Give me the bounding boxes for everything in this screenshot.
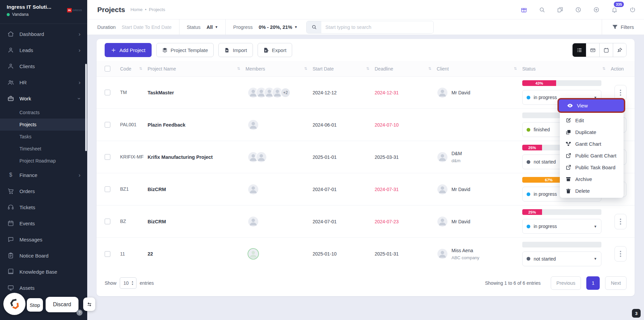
members-avatars[interactable]	[246, 216, 313, 227]
sidebar-subitem-contracts[interactable]: Contracts	[0, 106, 87, 119]
sort-icon[interactable]: ⇅	[139, 66, 142, 71]
members-avatars[interactable]	[246, 184, 313, 195]
row-checkbox[interactable]	[105, 186, 110, 192]
sort-icon[interactable]: ⇅	[366, 66, 369, 71]
menu-item-view-highlighted[interactable]: View	[557, 98, 625, 113]
project-code: 11	[120, 250, 148, 258]
breadcrumb: Home • Projects	[130, 7, 165, 12]
members-avatars[interactable]: +2	[246, 87, 313, 98]
sidebar-item-notice-board[interactable]: Notice Board	[0, 247, 87, 264]
members-avatars[interactable]	[246, 248, 313, 260]
stop-button[interactable]: Stop	[27, 298, 43, 312]
menu-item-public-gantt-chart[interactable]: Public Gantt Chart	[560, 150, 624, 162]
search-icon[interactable]	[536, 4, 548, 16]
export-button[interactable]: Export	[258, 43, 292, 57]
sort-icon[interactable]: ⇅	[428, 66, 431, 71]
sort-icon[interactable]: ⇅	[602, 66, 605, 71]
filters-button[interactable]: Filters	[602, 19, 644, 35]
sidebar-item-messages[interactable]: Messages	[0, 231, 87, 247]
history-icon[interactable]	[572, 4, 584, 16]
project-name-link[interactable]: BizCRM	[148, 187, 246, 192]
user-name: Vandana	[12, 12, 29, 17]
sidebar-item-tickets[interactable]: Tickets	[0, 199, 87, 215]
menu-item-archive[interactable]: Archive	[560, 173, 624, 185]
add-project-button[interactable]: Add Project	[105, 43, 152, 57]
members-avatars[interactable]	[246, 119, 313, 131]
deadline-date: 2024-12-31	[375, 90, 437, 95]
power-icon[interactable]	[627, 4, 639, 16]
progress-filter-dropdown[interactable]: 0% - 20%, 21%▼	[259, 25, 298, 30]
row-checkbox[interactable]	[105, 219, 110, 224]
menu-item-edit[interactable]: Edit	[560, 115, 624, 126]
add-icon[interactable]	[590, 4, 602, 16]
agent-logo[interactable]	[3, 293, 25, 315]
breadcrumb-home[interactable]: Home	[130, 7, 143, 12]
menu-item-public-task-board[interactable]: Public Task Board	[560, 162, 624, 173]
select-all-checkbox[interactable]	[105, 66, 110, 72]
row-actions-kebab[interactable]	[614, 214, 627, 229]
gift-icon[interactable]	[518, 4, 530, 16]
import-button[interactable]: Import	[218, 43, 253, 57]
help-icon[interactable]: ?	[76, 310, 83, 316]
menu-item-duplicate[interactable]: Duplicate	[560, 126, 624, 138]
column-header-client[interactable]: Client⇅	[437, 66, 522, 72]
pin-view-toggle[interactable]	[613, 43, 626, 57]
calendar-icon	[7, 220, 14, 227]
sidebar-scrollbar[interactable]	[85, 64, 87, 151]
project-name-link[interactable]: 22	[148, 251, 246, 257]
sort-icon[interactable]: ⇅	[237, 66, 240, 71]
notifications-bell-icon[interactable]: 335	[608, 4, 621, 16]
row-checkbox[interactable]	[105, 154, 110, 160]
menu-item-delete[interactable]: Delete	[560, 185, 624, 197]
column-header-members[interactable]: Members⇅	[246, 66, 313, 72]
project-name-link[interactable]: Plazin Feedback	[148, 122, 246, 128]
status-filter-dropdown[interactable]: All▼	[207, 25, 218, 30]
sidebar-subitem-projects[interactable]: Projects	[0, 119, 87, 131]
status-dropdown[interactable]: not started▼	[522, 252, 601, 266]
notes-icon[interactable]	[554, 4, 566, 16]
project-name-link[interactable]: TaskMaster	[148, 90, 246, 95]
swap-button[interactable]	[83, 298, 95, 311]
next-page-button[interactable]: Next	[605, 276, 627, 290]
menu-item-gantt-chart[interactable]: Gantt Chart	[560, 138, 624, 150]
sidebar-item-finance[interactable]: $ Finance›	[0, 167, 87, 183]
list-view-toggle[interactable]	[573, 43, 586, 57]
row-checkbox[interactable]	[105, 90, 110, 95]
page-number-button[interactable]: 1	[586, 276, 600, 290]
project-template-button[interactable]: Project Template	[156, 43, 214, 57]
column-header-deadline[interactable]: Deadline⇅	[375, 66, 437, 72]
previous-page-button[interactable]: Previous	[551, 276, 581, 290]
duration-range-input[interactable]: Start Date To End Date	[122, 25, 172, 30]
column-header-project-name[interactable]: Project Name⇅	[148, 66, 246, 72]
sidebar-item-knowledge-base[interactable]: Knowledge Base	[0, 264, 87, 280]
sidebar-item-clients[interactable]: Clients	[0, 58, 87, 74]
sidebar-subitem-project-roadmap[interactable]: Project Roadmap	[0, 155, 87, 167]
page-title: Projects	[97, 6, 125, 14]
sidebar-item-work[interactable]: Work›	[0, 90, 87, 106]
row-checkbox[interactable]	[105, 251, 110, 257]
sidebar-item-hr[interactable]: HR›	[0, 74, 87, 90]
project-name-link[interactable]: BizCRM	[148, 219, 246, 224]
row-actions-kebab[interactable]	[614, 246, 627, 262]
page-size-select[interactable]: 10 ▲▼	[120, 277, 137, 289]
row-checkbox[interactable]	[105, 122, 110, 128]
sidebar-item-events[interactable]: Events	[0, 215, 87, 231]
sidebar-subitem-tasks[interactable]: Tasks	[0, 131, 87, 143]
column-header-code[interactable]: Code⇅	[120, 66, 148, 72]
search-input[interactable]	[321, 21, 433, 33]
sidebar-item-leads[interactable]: Leads›	[0, 42, 87, 58]
sidebar-item-dashboard[interactable]: Dashboard›	[0, 26, 87, 42]
sidebar-subitem-timesheet[interactable]: Timesheet	[0, 143, 87, 155]
column-header-status[interactable]: Status⇅	[522, 66, 611, 72]
more-members-badge[interactable]: +2	[280, 88, 290, 98]
calendar-view-toggle[interactable]	[599, 43, 613, 57]
discard-button[interactable]: Discard	[46, 297, 78, 312]
column-header-start-date[interactable]: Start Date⇅	[313, 66, 375, 72]
status-dropdown[interactable]: in progress▼	[522, 219, 601, 234]
sort-icon[interactable]: ⇅	[304, 66, 307, 71]
archive-view-toggle[interactable]	[586, 43, 599, 57]
members-avatars[interactable]	[246, 151, 313, 163]
sort-icon[interactable]: ⇅	[514, 66, 517, 71]
sidebar-item-orders[interactable]: Orders	[0, 183, 87, 199]
project-name-link[interactable]: Krifix Manufacturing Project	[148, 154, 246, 160]
